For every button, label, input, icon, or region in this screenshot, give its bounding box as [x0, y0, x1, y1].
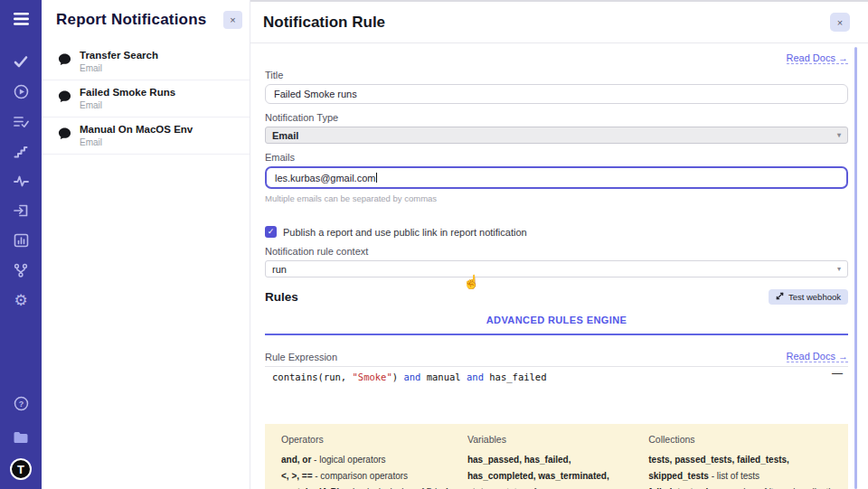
column-heading: Operators [281, 434, 453, 445]
notification-type-label: Notification Type [265, 112, 848, 123]
notification-type-select[interactable]: Email ▾ [265, 127, 848, 144]
variables-column: Variables has_passed, has_failed, has_co… [467, 434, 634, 489]
text-caret [376, 173, 377, 183]
chevron-down-icon: ▾ [837, 131, 841, 139]
title-input[interactable]: Failed Smoke runs [265, 84, 848, 104]
tab-advanced-rules-engine[interactable]: ADVANCED RULES ENGINE [486, 315, 627, 325]
help-entry: and, or - logical operators [281, 452, 453, 468]
item-subtitle: Email [80, 100, 175, 110]
item-subtitle: Email [80, 63, 158, 73]
read-docs-link[interactable]: Read Docs → [787, 52, 848, 64]
expression-help-panel: Operators and, or - logical operators <,… [265, 424, 848, 489]
column-heading: Collections [648, 434, 841, 445]
menu-icon[interactable] [13, 11, 29, 27]
svg-text:?: ? [18, 400, 24, 409]
help-entry: contains(A,B) - checks inclusion of B in… [281, 484, 453, 489]
list-item[interactable]: Transfer Search Email [42, 43, 250, 80]
app-logo[interactable]: T [10, 458, 32, 480]
chat-bubble-icon [58, 89, 71, 107]
close-button[interactable]: × [830, 13, 850, 32]
help-entry: failed_tests.size - number of items in c… [648, 484, 841, 489]
item-subtitle: Email [80, 137, 193, 147]
operators-column: Operators and, or - logical operators <,… [281, 434, 453, 489]
pulse-icon[interactable] [13, 173, 29, 189]
chat-bubble-icon [58, 127, 71, 144]
item-title: Transfer Search [80, 50, 158, 61]
vertical-scrollbar[interactable] [854, 47, 857, 489]
report-notifications-panel: Report Notifications × Transfer Search E… [42, 0, 250, 489]
test-webhook-label: Test webhook [788, 292, 841, 302]
panel-close-button[interactable]: × [223, 11, 242, 29]
context-value: run [272, 264, 287, 275]
list-item[interactable]: Failed Smoke Runs Email [42, 80, 250, 118]
check-icon[interactable] [13, 53, 29, 70]
rule-expression-label: Rule Expression [265, 352, 337, 362]
checkbox-checked-icon[interactable]: ✓ [265, 226, 277, 238]
steps-icon[interactable] [13, 143, 29, 159]
code-line: contains(run, "Smoke") and manual and ha… [272, 371, 841, 382]
publish-checkbox-label: Publish a report and use public link in … [283, 227, 527, 238]
emails-value: les.kurbas@gmail.com [275, 173, 375, 183]
chevron-down-icon: ▾ [837, 265, 841, 273]
branch-icon[interactable] [13, 262, 29, 278]
list-check-icon[interactable] [13, 113, 29, 129]
webhook-arrows-icon [776, 292, 784, 302]
rule-expression-editor[interactable]: — contains(run, "Smoke") and manual and … [265, 366, 848, 424]
help-entry: has_passed, has_failed, has_completed, w… [467, 452, 634, 489]
chat-bubble-icon [58, 52, 71, 70]
emails-label: Emails [265, 152, 848, 163]
rules-tabs: ADVANCED RULES ENGINE [265, 311, 848, 335]
help-entry: <, >, == - comparison operators [281, 468, 453, 484]
title-value: Failed Smoke runs [274, 89, 357, 99]
notification-rule-panel: Notification Rule × Read Docs → Title Fa… [250, 0, 868, 489]
docs-folder-icon[interactable] [13, 428, 29, 445]
notification-list: Transfer Search Email Failed Smoke Runs … [42, 43, 250, 155]
import-icon[interactable] [13, 202, 29, 219]
column-heading: Variables [467, 434, 634, 445]
rules-heading: Rules [265, 290, 298, 304]
publish-checkbox-row[interactable]: ✓ Publish a report and use public link i… [265, 226, 848, 238]
emails-hint: Multiple emails can be separated by comm… [265, 193, 848, 203]
context-select[interactable]: run ▾ [265, 260, 848, 277]
fold-marker: — [832, 367, 843, 380]
page-title: Notification Rule [263, 14, 385, 32]
app-window: ⚙ ? T Report Notifications × Transfer Se… [0, 0, 868, 489]
icon-sidebar: ⚙ ? T [0, 0, 42, 489]
help-entry: tests, passed_tests, failed_tests, skipp… [648, 452, 841, 484]
emails-input[interactable]: les.kurbas@gmail.com [265, 166, 848, 189]
gear-icon[interactable]: ⚙ [13, 292, 29, 308]
notification-type-value: Email [272, 130, 298, 141]
panel-title: Report Notifications [56, 11, 206, 29]
item-title: Manual On MacOS Env [80, 124, 193, 135]
item-title: Failed Smoke Runs [80, 87, 175, 98]
collections-column: Collections tests, passed_tests, failed_… [648, 434, 841, 489]
context-label: Notification rule context [265, 246, 848, 257]
title-label: Title [265, 70, 848, 80]
test-webhook-button[interactable]: Test webhook [769, 289, 848, 305]
analytics-icon[interactable] [13, 232, 29, 249]
help-icon[interactable]: ? [13, 395, 29, 411]
play-circle-icon[interactable] [13, 83, 29, 99]
list-item[interactable]: Manual On MacOS Env Email [42, 118, 250, 155]
read-docs-link[interactable]: Read Docs → [787, 351, 848, 362]
